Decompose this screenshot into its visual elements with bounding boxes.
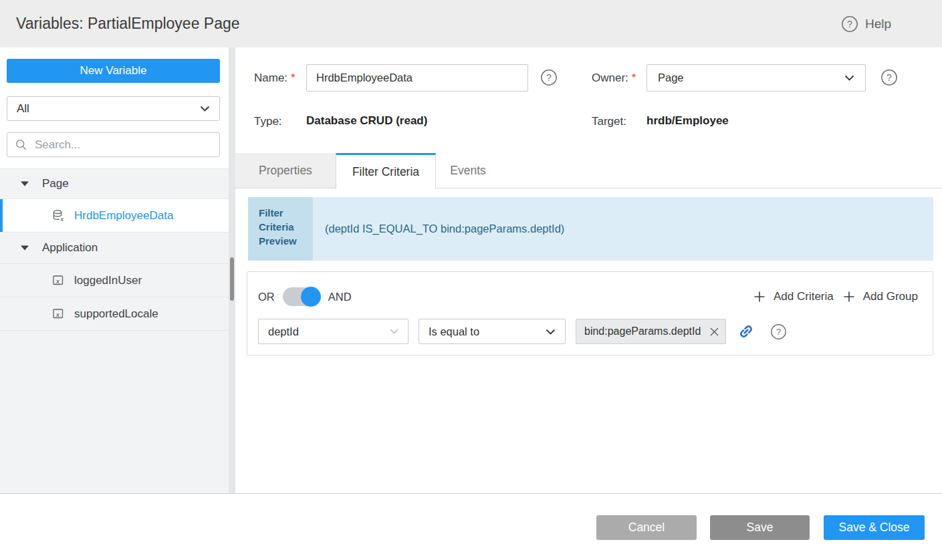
variables-dialog: Variables: PartialEmployee Page ? Help N… (0, 0, 942, 560)
model-variable-icon: x (52, 307, 65, 320)
search-icon (15, 139, 27, 150)
model-variable-icon: x (52, 274, 65, 287)
variable-type-filter-value: All (17, 102, 29, 116)
help-button[interactable]: ? Help (841, 15, 891, 33)
cancel-button[interactable]: Cancel (596, 515, 697, 540)
owner-select[interactable]: Page (646, 64, 866, 92)
criteria-condition-select[interactable]: Is equal to (419, 319, 566, 344)
variables-tree: Page x HrdbEmployeeData Applicatio (0, 168, 229, 493)
target-value: hrdb/Employee (646, 114, 729, 128)
tab-properties[interactable]: Properties (235, 153, 336, 188)
scrollbar-thumb[interactable] (230, 257, 234, 301)
svg-text:?: ? (847, 18, 852, 29)
type-label: Type: (254, 115, 282, 128)
triangle-down-icon (21, 181, 29, 186)
name-input[interactable] (306, 64, 528, 92)
chevron-down-icon (546, 329, 556, 335)
svg-text:x: x (55, 311, 60, 318)
add-group-button[interactable]: Add Group (843, 290, 918, 303)
filter-criteria-preview: Filter Criteria Preview (deptId IS_EQUAL… (248, 197, 933, 261)
owner-select-value: Page (658, 72, 684, 84)
plus-icon (753, 291, 766, 303)
tree-group-label: Application (42, 241, 98, 255)
name-label: Name:* (254, 72, 296, 85)
tree-group-page[interactable]: Page (0, 168, 229, 199)
preview-expression: (deptId IS_EQUAL_TO bind:pageParams.dept… (313, 197, 933, 261)
tab-filter-criteria[interactable]: Filter Criteria (336, 153, 436, 189)
owner-help-icon[interactable]: ? (880, 69, 898, 86)
search-input[interactable] (33, 138, 211, 152)
owner-label: Owner:* (592, 72, 636, 85)
type-value: Database CRUD (read) (306, 114, 427, 128)
svg-text:?: ? (887, 72, 892, 83)
plus-icon (843, 291, 855, 303)
tree-item-label: supportedLocale (74, 307, 158, 321)
editor-tabs: Properties Filter Criteria Events (235, 153, 942, 188)
tree-item-label: HrdbEmployeeData (74, 209, 173, 223)
criteria-builder: OR AND Add Criteria (247, 271, 933, 356)
preview-label: Filter Criteria Preview (248, 197, 313, 261)
help-icon: ? (841, 15, 858, 33)
save-and-close-button[interactable]: Save & Close (824, 515, 925, 540)
bind-link-icon[interactable] (738, 323, 754, 339)
svg-text:x: x (60, 216, 64, 222)
svg-text:?: ? (776, 327, 782, 337)
dialog-footer: Cancel Save Save & Close (0, 494, 942, 560)
variable-type-filter-select[interactable]: All (7, 96, 220, 121)
variables-sidebar: New Variable All Page (0, 47, 229, 493)
help-label: Help (865, 17, 891, 31)
tree-item-supportedlocale[interactable]: x supportedLocale (0, 297, 229, 331)
or-label: OR (258, 291, 275, 303)
triangle-down-icon (21, 245, 29, 251)
tab-events[interactable]: Events (436, 153, 500, 188)
save-button[interactable]: Save (710, 515, 810, 540)
svg-text:?: ? (546, 72, 552, 83)
svg-text:x: x (55, 277, 60, 285)
chevron-down-icon (200, 106, 210, 112)
criteria-help-icon[interactable]: ? (770, 323, 787, 340)
variable-search-box (7, 132, 220, 157)
remove-value-icon[interactable] (709, 326, 720, 337)
criteria-value-chip[interactable]: bind:pageParams.deptId (576, 319, 726, 344)
database-variable-icon: x (52, 209, 65, 222)
required-asterisk: * (291, 72, 296, 84)
sidebar-scrollbar[interactable] (229, 47, 235, 493)
variable-editor-panel: Name:* ? Owner:* Page ? Type: Database C… (235, 47, 942, 493)
target-label: Target: (592, 115, 626, 128)
required-asterisk: * (632, 72, 636, 84)
criteria-value-text: bind:pageParams.deptId (584, 325, 709, 337)
name-help-icon[interactable]: ? (540, 69, 558, 86)
chevron-down-icon (844, 75, 854, 81)
tree-group-application[interactable]: Application (0, 233, 229, 264)
new-variable-button[interactable]: New Variable (7, 59, 220, 83)
tree-item-label: loggedInUser (74, 274, 142, 287)
page-title: Variables: PartialEmployee Page (16, 15, 841, 33)
or-and-toggle[interactable] (283, 287, 320, 306)
tree-item-hrdbemployeedata[interactable]: x HrdbEmployeeData (0, 199, 229, 233)
chevron-down-icon (390, 329, 398, 334)
and-label: AND (328, 291, 352, 303)
criteria-field-select[interactable]: deptId (258, 319, 408, 344)
tree-group-label: Page (42, 177, 69, 190)
tree-item-loggedinuser[interactable]: x loggedInUser (0, 264, 229, 297)
criteria-field-value: deptId (268, 325, 299, 338)
toggle-knob (301, 287, 321, 307)
criteria-condition-value: Is equal to (429, 325, 479, 338)
dialog-header: Variables: PartialEmployee Page ? Help (0, 0, 942, 47)
add-criteria-button[interactable]: Add Criteria (753, 290, 834, 303)
